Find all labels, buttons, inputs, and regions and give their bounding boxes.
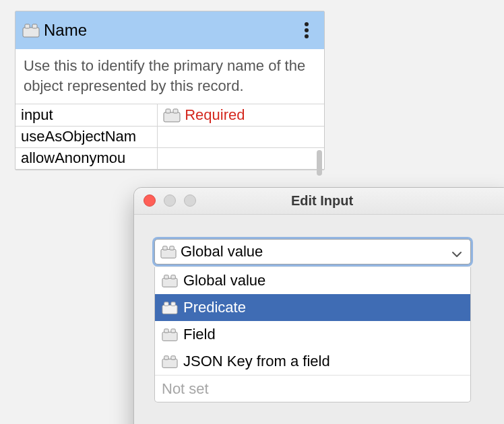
card-title-text: Name (44, 21, 87, 40)
svg-rect-4 (166, 109, 170, 113)
prop-value-text: Required (185, 106, 245, 124)
svg-rect-3 (164, 112, 180, 122)
dropdown-option-global-value[interactable]: Global value (155, 267, 470, 294)
svg-rect-17 (171, 329, 175, 333)
lego-icon (162, 274, 178, 287)
prop-key: input (15, 104, 158, 126)
lego-icon (160, 245, 177, 258)
prop-value (158, 147, 324, 169)
prop-key: useAsObjectNam (15, 126, 158, 147)
svg-rect-5 (173, 109, 178, 113)
input-type-select[interactable]: Global value (154, 239, 471, 264)
lego-icon (163, 108, 181, 122)
close-icon[interactable] (144, 195, 156, 207)
lego-icon (162, 301, 178, 314)
svg-rect-13 (164, 302, 168, 306)
svg-rect-1 (25, 24, 30, 28)
svg-rect-10 (164, 275, 168, 279)
table-row[interactable]: input Required (15, 104, 324, 126)
card-description: Use this to identify the primary name of… (15, 49, 324, 104)
modal-title: Edit Input (291, 193, 353, 209)
svg-rect-0 (23, 28, 39, 37)
prop-value (158, 126, 324, 147)
lego-icon (162, 355, 178, 368)
table-row[interactable]: useAsObjectNam (15, 126, 324, 147)
modal-titlebar: Edit Input (134, 188, 504, 215)
card-header: Name (15, 11, 324, 49)
svg-rect-11 (171, 275, 175, 279)
window-controls (144, 195, 196, 207)
svg-rect-9 (162, 278, 177, 287)
svg-rect-2 (32, 24, 37, 28)
more-menu-icon[interactable] (298, 21, 315, 40)
option-label: Field (183, 326, 216, 343)
svg-rect-7 (163, 246, 167, 250)
modal-body: Global value Global value Predicate (134, 215, 504, 421)
lego-icon (162, 328, 178, 341)
dropdown-option-field[interactable]: Field (155, 321, 470, 348)
input-type-dropdown: Global value Predicate Field JSON Key fr… (154, 267, 471, 402)
chevron-down-icon (451, 246, 462, 257)
svg-rect-8 (170, 246, 174, 250)
option-label: Global value (183, 272, 265, 289)
option-label: JSON Key from a field (183, 353, 330, 370)
edit-input-modal: Edit Input Global value Global value (133, 187, 504, 424)
svg-rect-20 (171, 356, 175, 360)
prop-key: allowAnonymou (15, 147, 158, 169)
svg-rect-16 (164, 329, 168, 333)
svg-rect-15 (162, 332, 177, 341)
select-value: Global value (181, 243, 263, 260)
lego-icon (22, 23, 40, 38)
scrollbar-thumb[interactable] (317, 150, 322, 176)
option-label: Predicate (183, 299, 246, 316)
svg-rect-18 (162, 359, 177, 367)
dropdown-option-predicate[interactable]: Predicate (155, 294, 470, 321)
property-table: input Required useAsObjectNam allowAnony… (15, 104, 324, 170)
dropdown-option-json-key[interactable]: JSON Key from a field (155, 348, 470, 375)
schema-card: Name Use this to identify the primary na… (15, 11, 325, 170)
not-set-label: Not set (162, 380, 209, 398)
minimize-icon[interactable] (164, 195, 176, 207)
prop-value: Required (158, 104, 324, 126)
card-title-row: Name (22, 21, 87, 40)
table-row[interactable]: allowAnonymou (15, 147, 324, 169)
svg-rect-19 (164, 356, 168, 360)
svg-rect-12 (162, 305, 177, 314)
zoom-icon[interactable] (184, 195, 196, 207)
svg-rect-6 (161, 249, 176, 258)
dropdown-not-set[interactable]: Not set (155, 375, 470, 402)
svg-rect-14 (171, 302, 175, 306)
